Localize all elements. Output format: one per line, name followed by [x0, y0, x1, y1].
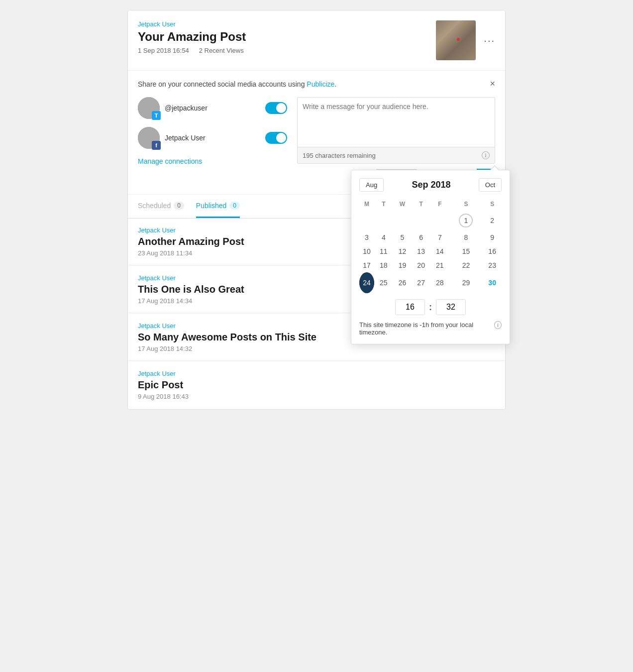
char-info-icon[interactable]: i [482, 151, 490, 159]
calendar-grid: M T W T F S S 1 2 [359, 198, 502, 293]
tab-scheduled-label: Scheduled [138, 202, 171, 210]
post-header-right: ··· [436, 20, 495, 60]
cal-day-26[interactable]: 26 [393, 272, 412, 293]
cal-day-14[interactable]: 14 [430, 244, 449, 258]
cal-day-24-selected[interactable]: 24 [359, 272, 374, 293]
cal-day-8[interactable]: 8 [449, 230, 483, 244]
cal-day-20[interactable]: 20 [412, 258, 430, 272]
cal-day-empty [430, 211, 449, 230]
post-item-author: Jetpack User [138, 370, 495, 377]
share-header: Share on your connected social media acc… [138, 79, 495, 89]
cal-day-21[interactable]: 21 [430, 258, 449, 272]
close-button[interactable]: × [490, 79, 495, 89]
cal-day-10[interactable]: 10 [359, 244, 374, 258]
cal-day-11[interactable]: 11 [374, 244, 393, 258]
cal-day-1[interactable]: 1 [449, 211, 483, 230]
calendar-nav: Aug Sep 2018 Oct [359, 178, 502, 192]
weekday-fri: F [430, 198, 449, 211]
post-title: Your Amazing Post [138, 30, 246, 44]
share-header-text: Share on your connected social media acc… [138, 80, 336, 88]
tab-scheduled[interactable]: Scheduled 0 [138, 195, 184, 218]
next-month-button[interactable]: Oct [479, 178, 502, 192]
facebook-account-name: Jetpack User [165, 134, 260, 142]
cal-day-empty [393, 211, 412, 230]
post-item-date: 17 Aug 2018 14:32 [138, 345, 495, 352]
timezone-text: This site timezone is -1h from your loca… [359, 321, 491, 336]
cal-day-29[interactable]: 29 [449, 272, 483, 293]
tab-published-badge: 0 [229, 202, 240, 210]
message-textarea[interactable] [297, 97, 495, 147]
cal-day-15[interactable]: 15 [449, 244, 483, 258]
accounts-panel: T @jetpackuser f Jetpack User Manage con… [138, 97, 287, 186]
post-meta: 1 Sep 2018 16:54 2 Recent Views [138, 47, 246, 54]
cal-day-23[interactable]: 23 [483, 258, 502, 272]
post-item-title[interactable]: Epic Post [138, 379, 495, 391]
char-count-bar: 195 characters remaining i [297, 147, 495, 164]
cal-day-16[interactable]: 16 [483, 244, 502, 258]
cal-day-28[interactable]: 28 [430, 272, 449, 293]
cal-day-4[interactable]: 4 [374, 230, 393, 244]
thumbnail-image [436, 20, 476, 60]
twitter-toggle[interactable] [265, 102, 287, 114]
facebook-avatar: f [138, 127, 160, 149]
cal-day-30[interactable]: 30 [483, 272, 502, 293]
calendar-timezone: This site timezone is -1h from your loca… [359, 321, 502, 336]
cal-day-5[interactable]: 5 [393, 230, 412, 244]
weekday-tue: T [374, 198, 393, 211]
calendar-time: : [359, 299, 502, 315]
weekday-sun: S [483, 198, 502, 211]
post-views: 2 Recent Views [199, 47, 244, 54]
more-options-button[interactable]: ··· [484, 35, 495, 45]
post-date: 1 Sep 2018 16:54 [138, 47, 189, 54]
time-separator: : [429, 302, 432, 313]
post-header: Jetpack User Your Amazing Post 1 Sep 201… [128, 10, 505, 71]
post-thumbnail [436, 20, 476, 60]
calendar-popup: Aug Sep 2018 Oct M T W T F S S [351, 170, 510, 344]
facebook-badge: f [152, 141, 161, 150]
manage-connections-link[interactable]: Manage connections [138, 157, 202, 165]
cal-day-2[interactable]: 2 [483, 211, 502, 230]
cal-day-7[interactable]: 7 [430, 230, 449, 244]
time-hours-input[interactable] [395, 299, 425, 315]
account-row-twitter: T @jetpackuser [138, 97, 287, 119]
twitter-badge: T [152, 111, 161, 120]
twitter-avatar: T [138, 97, 160, 119]
cal-day-19[interactable]: 19 [393, 258, 412, 272]
cal-day-empty [412, 211, 430, 230]
cal-day-13[interactable]: 13 [412, 244, 430, 258]
publicize-link[interactable]: Publicize [307, 80, 334, 88]
cal-day-22[interactable]: 22 [449, 258, 483, 272]
post-author: Jetpack User [138, 20, 246, 28]
list-item: Jetpack User Epic Post 9 Aug 2018 16:43 [128, 362, 505, 408]
weekday-wed: W [393, 198, 412, 211]
weekday-thu: T [412, 198, 430, 211]
post-header-left: Jetpack User Your Amazing Post 1 Sep 201… [138, 20, 246, 54]
cal-day-empty [374, 211, 393, 230]
account-row-facebook: f Jetpack User [138, 127, 287, 149]
month-year-label: Sep 2018 [412, 180, 450, 190]
cal-day-3[interactable]: 3 [359, 230, 374, 244]
weekday-mon: M [359, 198, 374, 211]
main-container: Jetpack User Your Amazing Post 1 Sep 201… [127, 10, 506, 410]
cal-day-27[interactable]: 27 [412, 272, 430, 293]
facebook-toggle[interactable] [265, 132, 287, 144]
cal-day-25[interactable]: 25 [374, 272, 393, 293]
cal-day-6[interactable]: 6 [412, 230, 430, 244]
weekday-sat: S [449, 198, 483, 211]
timezone-info-icon[interactable]: i [494, 321, 502, 329]
cal-day-12[interactable]: 12 [393, 244, 412, 258]
tab-published-label: Published [196, 202, 227, 210]
post-item-date: 9 Aug 2018 16:43 [138, 393, 495, 400]
cal-day-empty [359, 211, 374, 230]
time-minutes-input[interactable] [436, 299, 466, 315]
cal-day-18[interactable]: 18 [374, 258, 393, 272]
tab-scheduled-badge: 0 [174, 202, 184, 210]
calendar-arrow [490, 165, 500, 170]
char-count: 195 characters remaining [303, 152, 376, 159]
prev-month-button[interactable]: Aug [359, 178, 384, 192]
tab-published[interactable]: Published 0 [196, 195, 240, 218]
cal-day-17[interactable]: 17 [359, 258, 374, 272]
cal-day-9[interactable]: 9 [483, 230, 502, 244]
twitter-account-name: @jetpackuser [165, 104, 260, 112]
